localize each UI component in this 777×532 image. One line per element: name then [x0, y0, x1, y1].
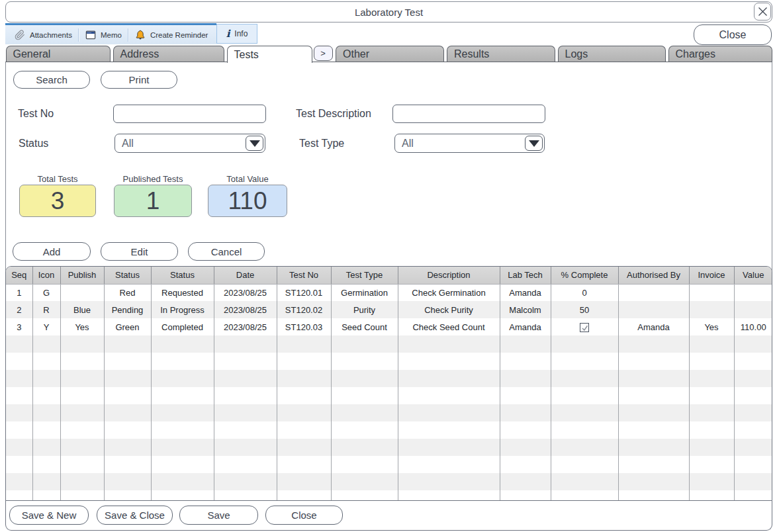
table-cell: [104, 473, 151, 490]
table-cell: 3: [6, 318, 32, 335]
triangle-down-icon: [529, 140, 539, 147]
column-header[interactable]: Publish: [60, 267, 104, 284]
test-type-dropdown-arrow[interactable]: [525, 136, 543, 151]
column-header[interactable]: Test No: [277, 267, 331, 284]
create-reminder-label: Create Reminder: [150, 31, 208, 39]
close-x-icon: [758, 7, 768, 17]
table-cell: [60, 456, 104, 473]
test-type-dropdown[interactable]: All: [394, 134, 545, 153]
table-cell: Pending: [104, 301, 151, 318]
save-and-new-button[interactable]: Save & New: [9, 506, 89, 525]
save-button[interactable]: Save: [179, 506, 258, 525]
column-header[interactable]: Status: [151, 267, 214, 284]
table-cell: [151, 439, 214, 456]
table-cell: [214, 387, 277, 404]
table-cell: [214, 370, 277, 387]
table-cell: [60, 490, 104, 501]
table-cell: 2: [6, 301, 32, 318]
table-cell: [734, 387, 772, 404]
table-cell: [500, 353, 551, 370]
window-close-button[interactable]: [754, 3, 771, 21]
memo-window-icon: [85, 30, 96, 40]
total-value-label: Total Value: [208, 174, 287, 185]
tab-results[interactable]: Results: [447, 46, 555, 62]
add-button[interactable]: Add: [13, 242, 91, 261]
column-header[interactable]: Description: [398, 267, 500, 284]
table-cell: [151, 335, 214, 353]
tab-overflow-button[interactable]: >: [314, 46, 333, 61]
memo-label: Memo: [101, 31, 122, 39]
table-cell: [734, 439, 772, 456]
tab-charges[interactable]: Charges: [668, 46, 772, 62]
column-header[interactable]: Value: [734, 267, 772, 284]
info-button[interactable]: i Info: [216, 24, 257, 44]
column-header[interactable]: Icon: [32, 267, 60, 284]
table-cell: Amanda: [500, 284, 551, 301]
table-cell: [6, 353, 32, 370]
table-cell: R: [32, 301, 60, 318]
print-button[interactable]: Print: [101, 71, 177, 89]
table-cell: [398, 370, 500, 387]
info-icon: i: [226, 29, 230, 39]
status-dropdown-arrow[interactable]: [246, 136, 263, 151]
table-row[interactable]: 1GRedRequested2023/08/25ST120.01Germinat…: [6, 284, 772, 301]
published-tests-value: 1: [114, 185, 192, 217]
close-button-bottom[interactable]: Close: [265, 506, 343, 525]
cancel-button[interactable]: Cancel: [188, 242, 265, 261]
search-button[interactable]: Search: [13, 71, 90, 89]
table-cell: Requested: [151, 284, 214, 301]
close-button-top[interactable]: Close: [694, 24, 772, 45]
memo-button[interactable]: Memo: [85, 30, 122, 40]
info-label: Info: [234, 29, 248, 38]
table-cell: [734, 473, 772, 490]
test-description-input[interactable]: [392, 105, 545, 123]
column-header[interactable]: Date: [214, 267, 277, 284]
table-cell: [734, 335, 772, 353]
table-cell: [104, 353, 151, 370]
table-cell: [6, 387, 32, 404]
column-header[interactable]: Status: [104, 267, 151, 284]
column-header[interactable]: Invoice: [689, 267, 734, 284]
table-row[interactable]: 3YYesGreenCompleted2023/08/25ST120.03See…: [6, 318, 772, 335]
test-no-input[interactable]: [113, 105, 266, 123]
save-and-close-button[interactable]: Save & Close: [97, 506, 173, 525]
table-cell: [331, 473, 398, 490]
tab-general[interactable]: General: [6, 46, 111, 62]
column-header[interactable]: Lab Tech: [500, 267, 551, 284]
table-cell: [60, 439, 104, 456]
toolbar-separator: [78, 28, 79, 42]
tests-grid: SeqIconPublishStatusStatusDateTest NoTes…: [6, 267, 772, 501]
tab-address[interactable]: Address: [113, 46, 224, 62]
status-dropdown[interactable]: All: [114, 134, 265, 153]
table-cell: [32, 353, 60, 370]
table-cell: [6, 404, 32, 421]
table-cell: [689, 370, 734, 387]
table-cell: Check Germination: [398, 284, 500, 301]
complete-checkbox-checked[interactable]: [580, 323, 589, 332]
column-header[interactable]: Seq: [6, 267, 32, 284]
table-cell: [151, 387, 214, 404]
attachments-button[interactable]: Attachments: [15, 30, 72, 40]
test-type-label: Test Type: [299, 134, 344, 153]
table-cell: [331, 404, 398, 421]
test-no-label: Test No: [18, 105, 54, 123]
column-header[interactable]: Authorised By: [618, 267, 689, 284]
edit-button[interactable]: Edit: [101, 242, 178, 261]
table-cell: [151, 370, 214, 387]
tab-other[interactable]: Other: [336, 46, 444, 62]
tab-tests[interactable]: Tests: [227, 46, 312, 63]
tab-logs[interactable]: Logs: [558, 46, 666, 62]
table-cell: [331, 421, 398, 439]
create-reminder-button[interactable]: Create Reminder: [135, 30, 208, 40]
table-header-row: SeqIconPublishStatusStatusDateTest NoTes…: [6, 267, 772, 284]
test-description-label: Test Description: [296, 105, 371, 123]
table-cell: [500, 439, 551, 456]
table-cell: [689, 490, 734, 501]
table-cell: [277, 490, 331, 501]
laboratory-test-window: Laboratory Test Attachments Memo: [0, 0, 777, 532]
table-cell: [500, 387, 551, 404]
table-cell: 110.00: [734, 318, 772, 335]
table-row[interactable]: 2RBluePendingIn Progress2023/08/25ST120.…: [6, 301, 772, 318]
column-header[interactable]: % Complete: [551, 267, 618, 284]
column-header[interactable]: Test Type: [331, 267, 398, 284]
